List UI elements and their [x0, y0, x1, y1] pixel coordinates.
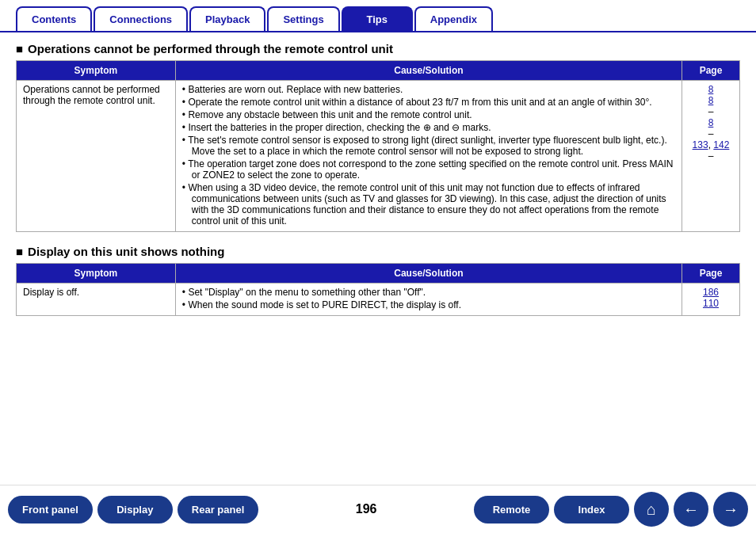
forward-button[interactable]: → [713, 492, 748, 527]
page-link-110[interactable]: 110 [703, 298, 719, 309]
arrow-left-icon: ← [683, 501, 699, 519]
page-link-8b[interactable]: 8 [708, 95, 714, 106]
section2-table: Symptom Cause/Solution Page Display is o… [16, 263, 740, 316]
page-link-186[interactable]: 186 [703, 287, 719, 298]
cause-cell: Batteries are worn out. Replace with new… [175, 81, 682, 232]
list-item: Operate the remote control unit within a… [182, 97, 675, 108]
page-number: 196 [263, 502, 469, 516]
table-row: Operations cannot be performed through t… [17, 81, 740, 232]
footer-bar: Front panel Display Rear panel 196 Remot… [0, 485, 756, 533]
display-button[interactable]: Display [97, 496, 173, 523]
page-link-142[interactable]: 142 [713, 139, 729, 150]
section1-col-cause: Cause/Solution [175, 61, 682, 81]
arrow-right-icon: → [723, 501, 739, 519]
tab-appendix[interactable]: Appendix [414, 6, 493, 31]
tab-settings[interactable]: Settings [267, 6, 339, 31]
list-item: Set "Display" on the menu to something o… [182, 287, 675, 298]
section1-col-symptom: Symptom [17, 61, 176, 81]
page-link-8c[interactable]: 8 [708, 117, 714, 128]
tabs-bar: Contents Connections Playback Settings T… [0, 0, 756, 32]
section2-title: Display on this unit shows nothing [16, 245, 740, 258]
section2-col-page: Page [682, 264, 739, 284]
section2-col-cause: Cause/Solution [175, 264, 682, 284]
list-item: When the sound mode is set to PURE DIREC… [182, 299, 675, 310]
list-item: Remove any obstacle between this unit an… [182, 109, 675, 120]
section1-table: Symptom Cause/Solution Page Operations c… [16, 60, 740, 232]
tab-contents[interactable]: Contents [16, 6, 92, 31]
section1-col-page: Page [682, 61, 739, 81]
list-item: Batteries are worn out. Replace with new… [182, 84, 675, 95]
tab-playback[interactable]: Playback [189, 6, 265, 31]
table-row: Display is off. Set "Display" on the men… [17, 284, 740, 316]
rear-panel-button[interactable]: Rear panel [178, 496, 258, 523]
main-content: Operations cannot be performed through t… [0, 32, 756, 485]
section2-col-symptom: Symptom [17, 264, 176, 284]
page-cell: 8 8 – 8 – 133, 142 – [682, 81, 739, 232]
home-icon: ⌂ [647, 501, 656, 519]
symptom-cell: Display is off. [17, 284, 176, 316]
back-button[interactable]: ← [674, 492, 708, 527]
symptom-cell: Operations cannot be performed through t… [17, 81, 176, 232]
page-link-8a[interactable]: 8 [708, 84, 714, 95]
cause-cell: Set "Display" on the menu to something o… [175, 284, 682, 316]
home-button[interactable]: ⌂ [634, 492, 669, 527]
tab-tips[interactable]: Tips [342, 6, 413, 31]
page-cell: 186 110 [682, 284, 739, 316]
tab-connections[interactable]: Connections [94, 6, 188, 31]
list-item: The set's remote control sensor is expos… [182, 135, 675, 157]
front-panel-button[interactable]: Front panel [8, 496, 93, 523]
list-item: When using a 3D video device, the remote… [182, 182, 675, 227]
list-item: Insert the batteries in the proper direc… [182, 122, 675, 133]
page-link-133[interactable]: 133 [693, 139, 708, 150]
remote-button[interactable]: Remote [474, 496, 549, 523]
section1-title: Operations cannot be performed through t… [16, 42, 740, 55]
index-button[interactable]: Index [554, 496, 629, 523]
list-item: The operation target zone does not corre… [182, 158, 675, 181]
